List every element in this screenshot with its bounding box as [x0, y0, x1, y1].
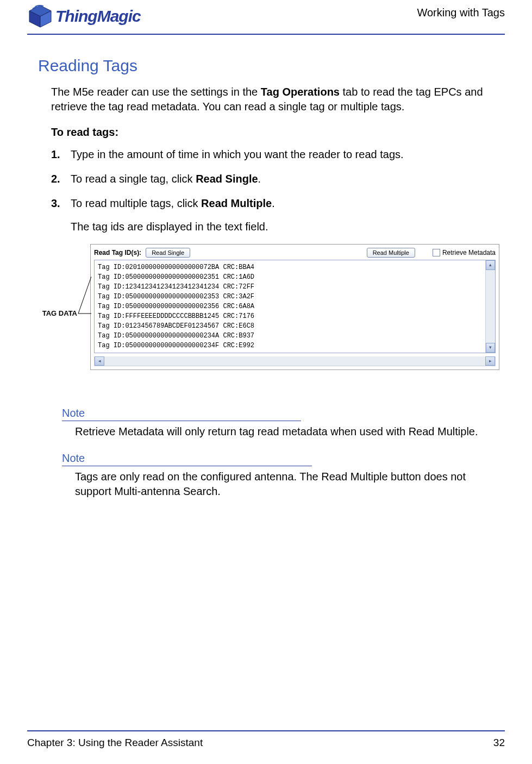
tag-line: Tag ID:05000000000000000000234A CRC:B937	[98, 331, 482, 341]
step-text-post: .	[258, 173, 261, 185]
horizontal-scrollbar[interactable]: ◂ ▸	[94, 356, 496, 366]
note-body: Retrieve Metadata will only return tag r…	[75, 424, 499, 439]
figure-field-label: Read Tag ID(s):	[94, 249, 141, 256]
read-multiple-button[interactable]: Read Multiple	[367, 248, 415, 258]
page-title: Reading Tags	[38, 57, 499, 75]
note-heading: Note	[62, 407, 301, 421]
tag-line: Tag ID:050000000000000000002353 CRC:3A2F	[98, 292, 482, 302]
intro-text-bold: Tag Operations	[261, 86, 340, 98]
tag-line: Tag ID:05000000000000000000234F CRC:E992	[98, 341, 482, 350]
procedure-list: 1. Type in the amount of time in which y…	[51, 147, 499, 211]
step-text-pre: To read multiple tags, click	[71, 197, 201, 209]
checkbox-label: Retrieve Metadata	[442, 249, 496, 256]
page-footer: Chapter 3: Using the Reader Assistant 32	[27, 730, 505, 749]
step-text: Type in the amount of time in which you …	[71, 148, 404, 160]
step-number: 1.	[51, 147, 71, 162]
step-number: 2.	[51, 172, 71, 186]
scroll-left-icon[interactable]: ◂	[95, 356, 104, 366]
section-title: Working with Tags	[417, 4, 505, 19]
tag-line: Tag ID:0123456789ABCDEF01234567 CRC:E6C8	[98, 321, 482, 331]
checkbox-icon	[433, 249, 440, 256]
figure-annotation: TAG DATA	[38, 244, 77, 317]
step-text-bold: Read Multiple	[201, 197, 272, 209]
retrieve-metadata-checkbox[interactable]: Retrieve Metadata	[433, 249, 496, 256]
intro-text-pre: The M5e reader can use the settings in t…	[51, 86, 261, 98]
footer-page-number: 32	[493, 737, 505, 749]
page-header: ThingMagic Working with Tags	[27, 0, 505, 35]
tag-line: Tag ID:FFFFEEEEDDDDCCCCBBBB1245 CRC:7176	[98, 311, 482, 321]
intro-paragraph: The M5e reader can use the settings in t…	[51, 85, 499, 114]
note-body: Tags are only read on the configured ant…	[75, 469, 499, 499]
tag-line: Tag ID:123412341234123412341234 CRC:72FF	[98, 282, 482, 292]
footer-chapter: Chapter 3: Using the Reader Assistant	[27, 737, 203, 749]
step-text-pre: To read a single tag, click	[71, 173, 196, 185]
tag-line: Tag ID:050000000000000000002356 CRC:6A8A	[98, 302, 482, 311]
list-item: 1. Type in the amount of time in which y…	[51, 147, 499, 162]
screenshot-figure: Read Tag ID(s): Read Single Read Multipl…	[90, 244, 499, 370]
tag-line: Tag ID:050000000000000000002351 CRC:1A6D	[98, 272, 482, 282]
logo: ThingMagic	[27, 4, 141, 28]
list-item: 2. To read a single tag, click Read Sing…	[51, 172, 499, 186]
procedure-heading: To read tags:	[51, 126, 499, 139]
tag-output-textarea[interactable]: Tag ID:0201000000000000000072BA CRC:BBA4…	[94, 260, 496, 353]
logo-cube-icon	[27, 4, 53, 28]
scroll-right-icon[interactable]: ▸	[485, 356, 495, 366]
note-heading: Note	[62, 452, 312, 466]
scroll-down-icon[interactable]: ▾	[486, 343, 495, 353]
tag-line: Tag ID:0201000000000000000072BA CRC:BBA4	[98, 262, 482, 272]
step-number: 3.	[51, 196, 71, 211]
step-text-post: .	[272, 197, 275, 209]
step-subtext: The tag ids are displayed in the text fi…	[71, 221, 499, 233]
read-single-button[interactable]: Read Single	[146, 248, 190, 258]
vertical-scrollbar[interactable]: ▴ ▾	[485, 260, 495, 353]
annotation-leader-line	[77, 244, 90, 374]
list-item: 3. To read multiple tags, click Read Mul…	[51, 196, 499, 211]
svg-line-3	[78, 277, 91, 314]
step-text-bold: Read Single	[196, 173, 258, 185]
logo-text: ThingMagic	[55, 7, 141, 26]
scroll-up-icon[interactable]: ▴	[486, 260, 495, 270]
